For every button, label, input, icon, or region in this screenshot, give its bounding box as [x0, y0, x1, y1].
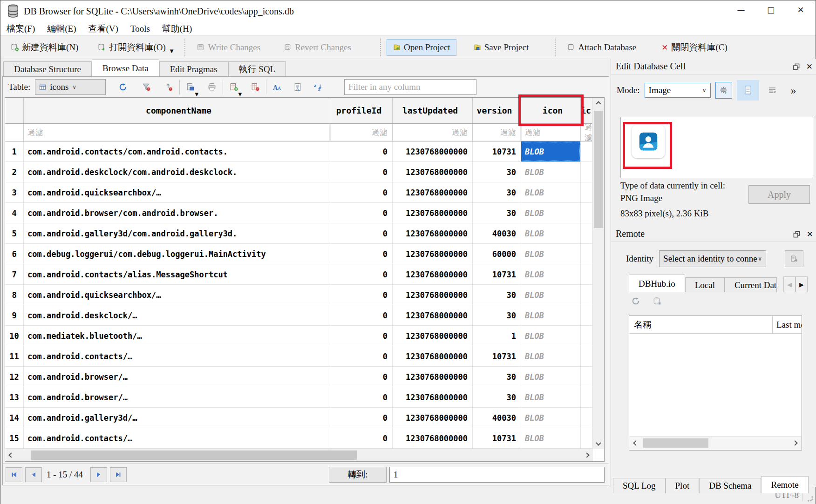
tab-browse-data[interactable]: Browse Data	[92, 60, 159, 76]
table-row[interactable]: 10com.mediatek.bluetooth/…01230768000000…	[5, 326, 604, 346]
print-button[interactable]	[205, 80, 219, 94]
profileId-cell[interactable]: 0	[330, 244, 393, 264]
filter-partial[interactable]: 過濾	[581, 124, 591, 141]
tab-edit-pragmas[interactable]: Edit Pragmas	[159, 61, 228, 76]
componentName-cell[interactable]: com.android.quicksearchbox/…	[24, 182, 330, 202]
componentName-cell[interactable]: com.android.gallery3d/…	[24, 408, 330, 428]
auto-detect-button[interactable]	[715, 82, 732, 99]
save-project-button[interactable]: Save Project	[468, 40, 535, 55]
table-row[interactable]: 13com.android.browser/…0123076800000030B…	[5, 387, 604, 408]
tab-plot[interactable]: Plot	[666, 478, 700, 493]
header-version[interactable]: version	[473, 98, 521, 123]
display-format-button[interactable]: A	[291, 80, 305, 94]
first-record-button[interactable]	[6, 467, 22, 482]
menu-file[interactable]: 檔案(F)	[0, 22, 41, 35]
table-row[interactable]: 6com.debug.loggerui/com.debug.loggerui.M…	[5, 244, 604, 264]
icon-blob-cell[interactable]: BLOB	[521, 305, 581, 325]
componentName-cell[interactable]: com.debug.loggerui/com.debug.loggerui.Ma…	[24, 244, 330, 264]
lastUpdated-cell[interactable]: 1230768000000	[393, 285, 473, 305]
goto-button[interactable]: 轉到:	[329, 467, 387, 483]
version-cell[interactable]: 30	[473, 367, 521, 387]
componentName-cell[interactable]: com.android.browser/…	[24, 387, 330, 407]
partial-cell[interactable]	[581, 428, 591, 448]
icon-blob-cell[interactable]: BLOB	[521, 387, 581, 407]
font-button[interactable]: AA	[270, 80, 284, 94]
table-row[interactable]: 9com.android.deskclock/…0123076800000030…	[5, 305, 604, 326]
icon-blob-cell[interactable]: BLOB	[521, 408, 581, 428]
componentName-cell[interactable]: com.android.quicksearchbox/…	[24, 285, 330, 305]
tab-remote[interactable]: Remote	[761, 476, 808, 493]
filter-componentName[interactable]: 過濾	[24, 124, 330, 141]
table-row[interactable]: 12com.android.browser/…0123076800000030B…	[5, 367, 604, 387]
version-cell[interactable]: 40030	[473, 408, 521, 428]
menu-edit[interactable]: 編輯(E)	[41, 22, 82, 35]
remote-new-database-icon[interactable]	[653, 297, 661, 305]
row-number-cell[interactable]: 7	[5, 264, 24, 284]
icon-blob-cell[interactable]: BLOB	[521, 264, 581, 284]
remote-scroll-thumb[interactable]	[643, 438, 708, 448]
profileId-cell[interactable]: 0	[330, 285, 393, 305]
write-changes-button[interactable]: Write Changes	[191, 40, 266, 55]
filter-icon[interactable]: 過濾	[521, 124, 581, 141]
icon-blob-cell[interactable]: BLOB	[521, 285, 581, 305]
lastUpdated-cell[interactable]: 1230768000000	[393, 141, 473, 161]
clear-sorting-button[interactable]	[162, 80, 176, 94]
float-panel-icon[interactable]	[793, 63, 800, 70]
filter-lastUpdated[interactable]: 過濾	[393, 124, 473, 141]
lastUpdated-cell[interactable]: 1230768000000	[393, 244, 473, 264]
table-row[interactable]: 4com.android.browser/com.android.browser…	[5, 203, 604, 223]
profileId-cell[interactable]: 0	[330, 367, 393, 387]
close-button[interactable]: ✕	[786, 0, 816, 19]
tab-db-schema[interactable]: DB Schema	[699, 478, 761, 493]
scroll-left-icon[interactable]	[5, 449, 17, 461]
partial-cell[interactable]	[581, 305, 591, 325]
mode-selector[interactable]: Image ∨	[645, 83, 711, 98]
last-record-button[interactable]	[110, 467, 127, 482]
scroll-right-icon[interactable]	[581, 449, 593, 461]
partial-cell[interactable]	[581, 203, 591, 223]
header-lastUpdated[interactable]: lastUpdated	[393, 98, 473, 123]
next-record-button[interactable]	[90, 467, 107, 482]
tab-scroll-left-icon[interactable]: ◀	[783, 276, 796, 292]
lastUpdated-cell[interactable]: 1230768000000	[393, 346, 473, 366]
lastUpdated-cell[interactable]: 1230768000000	[393, 387, 473, 407]
profileId-cell[interactable]: 0	[330, 305, 393, 325]
icon-blob-cell[interactable]: BLOB	[521, 203, 581, 223]
profileId-cell[interactable]: 0	[330, 346, 393, 366]
profileId-cell[interactable]: 0	[330, 203, 393, 223]
header-profileId[interactable]: profileId	[330, 98, 393, 123]
profileId-cell[interactable]: 0	[330, 428, 393, 448]
clear-filters-button[interactable]	[139, 80, 153, 94]
table-row[interactable]: 3com.android.quicksearchbox/…01230768000…	[5, 182, 604, 203]
row-number-cell[interactable]: 6	[5, 244, 24, 264]
partial-cell[interactable]	[581, 285, 591, 305]
row-number-cell[interactable]: 4	[5, 203, 24, 223]
icon-blob-cell[interactable]: BLOB	[521, 428, 581, 448]
filter-version[interactable]: 過濾	[473, 124, 521, 141]
remote-list-scrollbar[interactable]	[629, 436, 802, 450]
row-number-cell[interactable]: 10	[5, 326, 24, 346]
scroll-right-icon[interactable]	[789, 437, 802, 450]
version-cell[interactable]: 30	[473, 162, 521, 182]
insert-record-dropdown-arrow[interactable]: ▼	[238, 92, 242, 97]
profileId-cell[interactable]: 0	[330, 162, 393, 182]
close-database-button[interactable]: ✕ 關閉資料庫(C)	[656, 39, 733, 56]
goto-input[interactable]: 1	[389, 467, 605, 483]
version-cell[interactable]: 1	[473, 326, 521, 346]
componentName-cell[interactable]: com.android.contacts/…	[24, 428, 330, 448]
lastUpdated-cell[interactable]: 1230768000000	[393, 264, 473, 284]
partial-cell[interactable]	[581, 387, 591, 407]
icon-blob-cell[interactable]: BLOB	[521, 346, 581, 366]
revert-changes-button[interactable]: Revert Changes	[278, 40, 357, 55]
refresh-button[interactable]	[116, 80, 130, 94]
toolbar-overflow-button[interactable]: »	[785, 82, 802, 99]
icon-blob-cell[interactable]: BLOB	[521, 244, 581, 264]
import-certificate-button[interactable]	[785, 250, 803, 267]
vertical-scroll-thumb[interactable]	[594, 111, 603, 228]
version-cell[interactable]: 30	[473, 203, 521, 223]
header-row-number[interactable]	[5, 98, 24, 123]
profileId-cell[interactable]: 0	[330, 223, 393, 243]
partial-cell[interactable]	[581, 182, 591, 202]
componentName-cell[interactable]: com.android.contacts/com.android.contact…	[24, 141, 330, 161]
partial-cell[interactable]	[581, 162, 591, 182]
